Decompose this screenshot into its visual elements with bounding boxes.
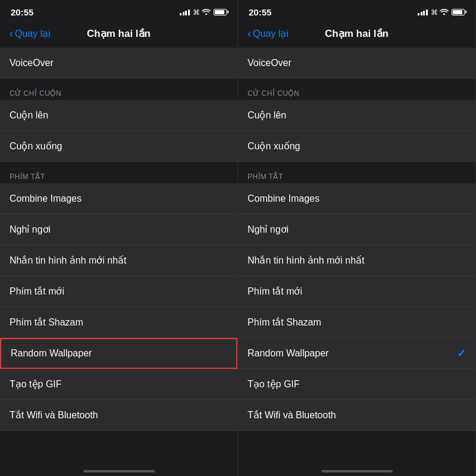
list-item-label: Phím tắt mới <box>10 286 64 297</box>
list-item-label: Tạo tệp GIF <box>10 378 62 390</box>
list-item-label: Nhắn tin hình ảnh mới nhất <box>248 255 365 266</box>
back-chevron-icon: ‹ <box>248 28 251 39</box>
section-header-text: PHÍM TẮT <box>10 173 45 181</box>
wifi-icon: ⌘ <box>431 8 449 17</box>
signal-bar-3 <box>185 11 187 15</box>
section-header-text: CỬ CHỈ CUỘN <box>10 89 61 98</box>
status-bar: 20:55 ⌘ <box>0 0 237 21</box>
list-item[interactable]: Cuộn xuống <box>238 131 475 162</box>
signal-bar-1 <box>180 13 181 15</box>
list-item[interactable]: Combine Images <box>0 183 237 214</box>
status-bar: 20:55 ⌘ <box>238 0 475 21</box>
list-item[interactable]: Phím tắt mới <box>0 276 237 307</box>
list-item[interactable]: Cuộn lên <box>238 100 475 131</box>
section-header: CỬ CHỈ CUỘN <box>238 79 475 100</box>
list-item[interactable]: Nhắn tin hình ảnh mới nhất <box>0 245 237 276</box>
battery-icon <box>452 9 465 15</box>
back-button[interactable]: ‹ Quay lại <box>248 28 289 39</box>
list-item-label: Cuộn lên <box>10 109 48 121</box>
list-item-label: Cuộn lên <box>248 109 286 121</box>
back-label: Quay lại <box>15 28 51 39</box>
list-item[interactable]: VoiceOver <box>238 48 475 79</box>
nav-title: Chạm hai lần <box>325 27 389 40</box>
list-item-label: Combine Images <box>10 193 82 204</box>
status-time: 20:55 <box>249 7 271 17</box>
list-item[interactable]: VoiceOver <box>0 48 237 79</box>
battery-icon <box>214 9 227 15</box>
list-item-label: Random Wallpaper <box>248 348 328 359</box>
list-container: VoiceOver CỬ CHỈ CUỘN Cuộn lên Cuộn xuốn… <box>238 48 475 466</box>
home-indicator <box>321 470 393 472</box>
signal-bar-2 <box>421 12 422 15</box>
signal-bars-icon <box>180 8 190 15</box>
signal-bar-2 <box>183 12 184 15</box>
signal-bar-3 <box>423 11 425 15</box>
list-item[interactable]: Random Wallpaper ✓ <box>238 338 475 369</box>
list-item-label: Combine Images <box>248 193 320 204</box>
section-header-text: PHÍM TẮT <box>248 173 283 181</box>
list-item[interactable]: Tạo tệp GIF <box>238 369 475 400</box>
signal-bar-1 <box>418 13 419 15</box>
section-header: PHÍM TẮT <box>238 162 475 183</box>
phone-panel-left: 20:55 ⌘ <box>0 0 238 476</box>
list-item[interactable]: Tắt Wifi và Bluetooth <box>238 400 475 431</box>
status-time: 20:55 <box>11 7 33 17</box>
list-item[interactable]: Tắt Wifi và Bluetooth <box>0 400 237 431</box>
list-item-label: Tắt Wifi và Bluetooth <box>10 409 98 421</box>
nav-header: ‹ Quay lại Chạm hai lần <box>238 21 475 48</box>
nav-header: ‹ Quay lại Chạm hai lần <box>0 21 237 48</box>
section-header: PHÍM TẮT <box>0 162 237 183</box>
list-item[interactable]: Nhắn tin hình ảnh mới nhất <box>238 245 475 276</box>
back-button[interactable]: ‹ Quay lại <box>10 28 51 39</box>
checkmark-icon: ✓ <box>457 347 466 360</box>
signal-bars-icon <box>418 8 428 15</box>
status-icons: ⌘ <box>418 8 465 17</box>
list-item[interactable]: Random Wallpaper <box>0 338 237 369</box>
list-item-label: Phím tắt mới <box>248 286 302 297</box>
battery-fill <box>453 10 462 14</box>
list-item-label: Tạo tệp GIF <box>248 378 300 390</box>
back-chevron-icon: ‹ <box>10 28 13 39</box>
phone-panel-right: 20:55 ⌘ <box>238 0 476 476</box>
list-item-label: Random Wallpaper <box>11 348 92 359</box>
list-item[interactable]: Nghỉ ngơi <box>238 214 475 245</box>
list-item-label: Phím tắt Shazam <box>248 317 321 328</box>
list-item-label: Nghỉ ngơi <box>10 224 51 235</box>
list-item-label: Nhắn tin hình ảnh mới nhất <box>10 255 127 266</box>
list-item-label: VoiceOver <box>10 58 54 68</box>
list-item-label: Cuộn xuống <box>248 140 300 152</box>
signal-bar-4 <box>188 10 190 15</box>
list-item-label: VoiceOver <box>248 58 292 68</box>
back-label: Quay lại <box>253 28 289 39</box>
list-item[interactable]: Cuộn xuống <box>0 131 237 162</box>
list-item[interactable]: Combine Images <box>238 183 475 214</box>
list-item[interactable]: Phím tắt mới <box>238 276 475 307</box>
list-item[interactable]: Nghỉ ngơi <box>0 214 237 245</box>
list-item-label: Phím tắt Shazam <box>10 317 83 328</box>
wifi-icon: ⌘ <box>193 8 211 17</box>
list-item-label: Nghỉ ngơi <box>248 224 289 235</box>
list-item-label: Tắt Wifi và Bluetooth <box>248 409 336 421</box>
list-item[interactable]: Cuộn lên <box>0 100 237 131</box>
signal-bar-4 <box>426 10 428 15</box>
nav-title: Chạm hai lần <box>87 27 151 40</box>
battery-fill <box>215 10 224 14</box>
status-icons: ⌘ <box>180 8 227 17</box>
list-item[interactable]: Phím tắt Shazam <box>0 307 237 338</box>
list-item[interactable]: Phím tắt Shazam <box>238 307 475 338</box>
list-item[interactable]: Tạo tệp GIF <box>0 369 237 400</box>
section-header-text: CỬ CHỈ CUỘN <box>248 89 299 98</box>
list-item-label: Cuộn xuống <box>10 140 62 152</box>
home-indicator <box>83 470 155 472</box>
section-header: CỬ CHỈ CUỘN <box>0 79 237 100</box>
list-container: VoiceOver CỬ CHỈ CUỘN Cuộn lên Cuộn xuốn… <box>0 48 237 466</box>
